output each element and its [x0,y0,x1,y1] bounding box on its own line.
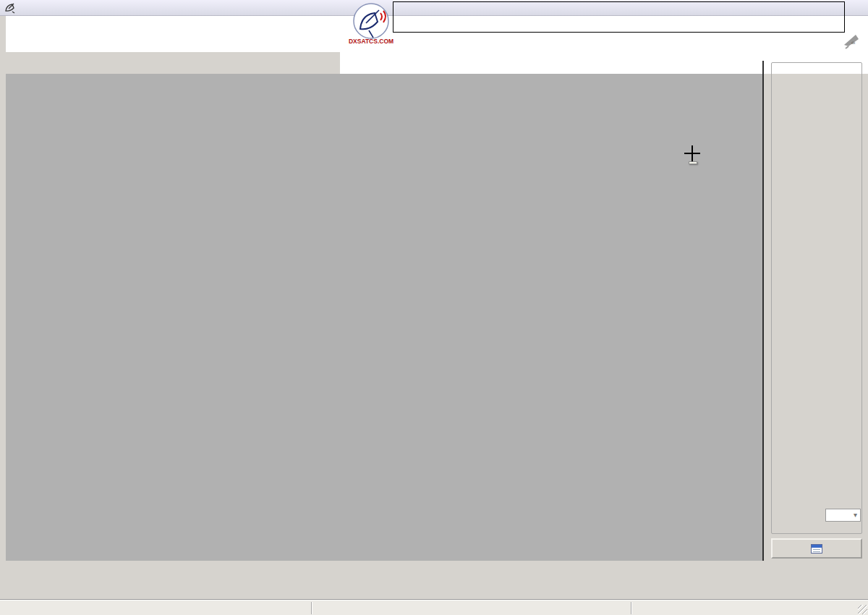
mis-row: ▾ [778,509,861,522]
status-bar [0,600,868,615]
world-clocks [393,1,845,33]
status-lock-uptime [0,601,311,615]
chart-tooltip [689,161,697,164]
mis-dropdown[interactable]: ▾ [825,509,861,522]
chart-widget [6,74,764,561]
tray-dish-icon: dx [841,29,861,49]
panel-splitter[interactable] [762,61,764,561]
transponder-panel: ▾ [770,56,864,561]
signal-analyzer-window: { "window": { "title": "Signal Analyzer"… [0,0,868,615]
tab-shelf [0,52,340,74]
window-list-icon [811,544,822,554]
app-dish-icon [4,2,16,14]
resize-grip[interactable] [858,605,867,614]
transponder-detail-button[interactable] [771,538,862,559]
dxsatcs-logo: DXSATCS.COM [347,1,396,46]
logo-text: DXSATCS.COM [349,38,393,45]
svg-text:dx: dx [851,41,856,45]
transponder-groupbox [771,62,862,534]
signal-chart [6,74,764,561]
status-best-signal [631,601,861,615]
status-sync-counters [312,601,630,615]
chevron-down-icon: ▾ [854,511,857,519]
